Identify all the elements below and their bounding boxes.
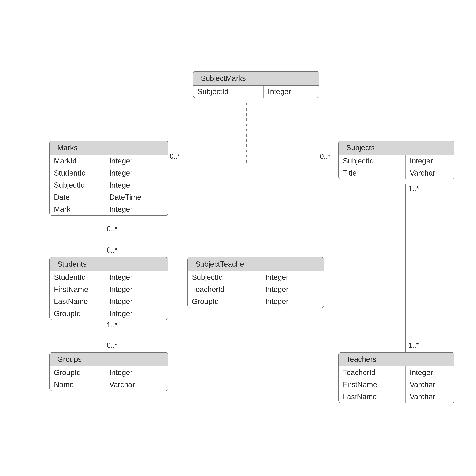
table-row: MarkId Integer	[50, 155, 168, 167]
multiplicity-marks-subjects-left: 0..*	[170, 153, 180, 160]
table-row: SubjectId Integer	[193, 85, 319, 98]
table-row: TeacherId Integer	[188, 283, 324, 295]
field-type: Integer	[105, 167, 168, 179]
table-row: SubjectId Integer	[339, 155, 454, 167]
table-row: StudentId Integer	[50, 167, 168, 179]
field-type: Integer	[261, 295, 324, 307]
entity-rows: SubjectId Integer Title Varchar	[339, 155, 454, 179]
entity-students: Students StudentId Integer FirstName Int…	[50, 257, 168, 320]
field-name: TeacherId	[188, 283, 261, 295]
entity-subjectteacher: SubjectTeacher SubjectId Integer Teacher…	[187, 257, 324, 308]
field-type: Integer	[105, 271, 168, 283]
field-type: DateTime	[105, 191, 168, 203]
entity-title: SubjectTeacher	[188, 257, 324, 271]
entity-groups: Groups GroupId Integer Name Varchar	[50, 352, 168, 391]
er-diagram-canvas: SubjectMarks SubjectId Integer Marks Mar…	[0, 0, 476, 476]
field-name: GroupId	[50, 366, 105, 379]
field-name: SubjectId	[193, 85, 264, 98]
table-row: Date DateTime	[50, 191, 168, 203]
table-row: GroupId Integer	[50, 366, 168, 379]
field-name: SubjectId	[188, 271, 261, 283]
multiplicity-marks-students-bottom: 0..*	[107, 246, 117, 254]
field-type: Varchar	[406, 379, 454, 391]
table-row: TeacherId Integer	[339, 366, 454, 379]
field-type: Integer	[264, 85, 319, 98]
field-name: SubjectId	[339, 155, 406, 167]
field-type: Varchar	[406, 167, 454, 179]
field-name: StudentId	[50, 167, 105, 179]
field-name: TeacherId	[339, 366, 406, 379]
multiplicity-subjects-teachers-bottom: 1..*	[408, 341, 419, 349]
field-type: Integer	[105, 283, 168, 295]
table-row: Name Varchar	[50, 379, 168, 391]
field-type: Integer	[105, 366, 168, 379]
table-row: FirstName Varchar	[339, 379, 454, 391]
field-name: Title	[339, 167, 406, 179]
field-name: GroupId	[188, 295, 261, 307]
field-type: Integer	[261, 271, 324, 283]
entity-title: Teachers	[339, 353, 454, 366]
entity-rows: TeacherId Integer FirstName Varchar Last…	[339, 366, 454, 403]
entity-rows: SubjectId Integer TeacherId Integer Grou…	[188, 271, 324, 307]
field-type: Varchar	[406, 391, 454, 403]
entity-title: Groups	[50, 353, 168, 366]
table-row: Title Varchar	[339, 167, 454, 179]
entity-title: SubjectMarks	[193, 72, 319, 85]
field-type: Integer	[406, 155, 454, 167]
field-type: Integer	[105, 179, 168, 191]
field-name: FirstName	[339, 379, 406, 391]
entity-rows: StudentId Integer FirstName Integer Last…	[50, 271, 168, 320]
multiplicity-marks-subjects-right: 0..*	[320, 153, 330, 160]
field-type: Varchar	[105, 379, 168, 391]
field-type: Integer	[105, 155, 168, 167]
field-type: Integer	[105, 295, 168, 307]
entity-rows: GroupId Integer Name Varchar	[50, 366, 168, 391]
multiplicity-marks-students-top: 0..*	[107, 225, 117, 233]
entity-title: Marks	[50, 141, 168, 155]
field-name: FirstName	[50, 283, 105, 295]
multiplicity-subjects-teachers-top: 1..*	[408, 185, 419, 193]
entity-teachers: Teachers TeacherId Integer FirstName Var…	[339, 352, 454, 403]
field-type: Integer	[261, 283, 324, 295]
multiplicity-students-groups-top: 1..*	[107, 321, 117, 329]
entity-marks: Marks MarkId Integer StudentId Integer S…	[50, 141, 168, 216]
field-name: MarkId	[50, 155, 105, 167]
entity-title: Students	[50, 257, 168, 271]
entity-subjects: Subjects SubjectId Integer Title Varchar	[339, 141, 454, 179]
entity-rows: SubjectId Integer	[193, 85, 319, 98]
table-row: FirstName Integer	[50, 283, 168, 295]
table-row: LastName Integer	[50, 295, 168, 307]
table-row: SubjectId Integer	[188, 271, 324, 283]
table-row: GroupId Integer	[188, 295, 324, 307]
field-name: LastName	[339, 391, 406, 403]
field-name: SubjectId	[50, 179, 105, 191]
table-row: StudentId Integer	[50, 271, 168, 283]
multiplicity-students-groups-bottom: 0..*	[107, 341, 117, 349]
field-name: Name	[50, 379, 105, 391]
table-row: LastName Varchar	[339, 391, 454, 403]
table-row: Mark Integer	[50, 203, 168, 215]
table-row: SubjectId Integer	[50, 179, 168, 191]
field-name: Mark	[50, 203, 105, 215]
field-name: Date	[50, 191, 105, 203]
field-name: GroupId	[50, 307, 105, 320]
entity-rows: MarkId Integer StudentId Integer Subject…	[50, 155, 168, 215]
field-type: Integer	[406, 366, 454, 379]
field-name: StudentId	[50, 271, 105, 283]
field-type: Integer	[105, 307, 168, 320]
entity-title: Subjects	[339, 141, 454, 155]
entity-subjectmarks: SubjectMarks SubjectId Integer	[193, 71, 320, 98]
table-row: GroupId Integer	[50, 307, 168, 320]
field-type: Integer	[105, 203, 168, 215]
field-name: LastName	[50, 295, 105, 307]
